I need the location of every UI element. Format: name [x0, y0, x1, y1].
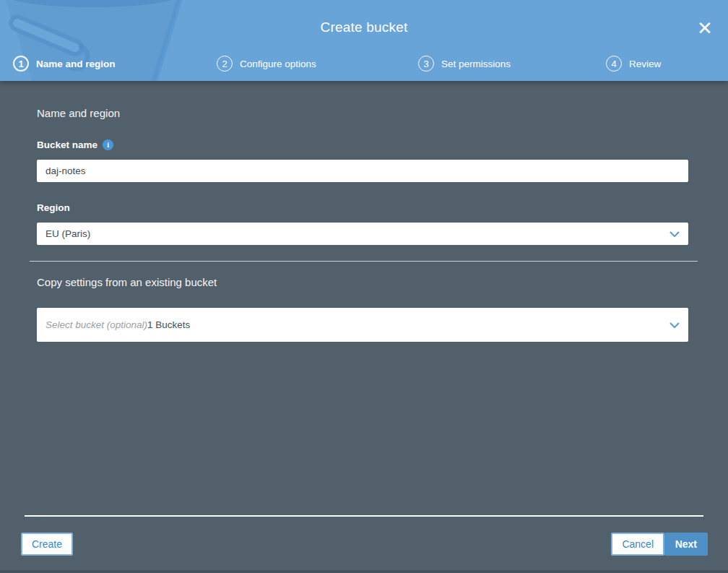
- copy-bucket-select[interactable]: Select bucket (optional) 1 Buckets: [37, 308, 688, 342]
- bucket-name-label: Bucket name i: [37, 139, 688, 150]
- step-label: Review: [629, 59, 661, 69]
- create-bucket-header: Create bucket ✕ 1 Name and region 2 Conf…: [0, 0, 728, 81]
- chevron-down-icon: [670, 322, 680, 328]
- step-label: Set permissions: [441, 59, 511, 69]
- create-button[interactable]: Create: [21, 533, 73, 556]
- region-label: Region: [37, 202, 688, 213]
- step-number-badge: 4: [606, 56, 622, 72]
- step-label: Name and region: [36, 59, 116, 69]
- step-number-badge: 3: [418, 56, 434, 72]
- step-number-badge: 1: [13, 56, 29, 72]
- step-name-and-region[interactable]: 1 Name and region: [13, 56, 116, 72]
- bucket-name-input[interactable]: [37, 160, 688, 182]
- modal-title: Create bucket: [0, 20, 728, 35]
- section-divider: [30, 261, 698, 262]
- wizard-steps: 1 Name and region 2 Configure options 3 …: [0, 56, 728, 73]
- cancel-button[interactable]: Cancel: [611, 533, 664, 556]
- info-icon[interactable]: i: [103, 139, 113, 150]
- copy-bucket-placeholder: Select bucket (optional): [46, 319, 147, 330]
- bucket-name-label-text: Bucket name: [37, 139, 98, 150]
- region-label-text: Region: [37, 202, 70, 213]
- chevron-down-icon: [670, 231, 680, 237]
- step-review[interactable]: 4 Review: [606, 56, 661, 72]
- copy-settings-title: Copy settings from an existing bucket: [37, 276, 688, 288]
- step-label: Configure options: [240, 59, 316, 69]
- close-icon[interactable]: ✕: [694, 17, 716, 39]
- modal-bottom-edge: [0, 570, 728, 573]
- step-number-badge: 2: [217, 56, 233, 72]
- step-set-permissions[interactable]: 3 Set permissions: [418, 56, 511, 72]
- modal-footer: Create Cancel Next: [0, 515, 728, 573]
- step-configure-options[interactable]: 2 Configure options: [217, 56, 316, 72]
- section-title-name-and-region: Name and region: [37, 107, 688, 119]
- create-bucket-body: Name and region Bucket name i Region EU …: [0, 81, 728, 573]
- footer-divider: [25, 515, 703, 517]
- region-selected-value: EU (Paris): [46, 228, 90, 239]
- region-select[interactable]: EU (Paris): [37, 223, 688, 245]
- bucket-count-text: 1 Buckets: [147, 319, 190, 330]
- next-button[interactable]: Next: [664, 533, 708, 556]
